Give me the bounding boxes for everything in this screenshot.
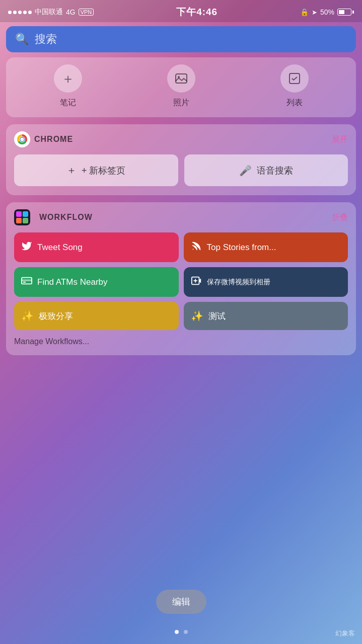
signal-dot-2 [13, 11, 17, 14]
battery-tip [352, 11, 354, 14]
signal-dots [8, 11, 32, 14]
signal-dot-5 [28, 11, 32, 14]
chrome-expand-button[interactable]: 展开 [332, 134, 348, 145]
svg-rect-12 [23, 218, 28, 223]
status-bar: 中国联通 4G VPN 下午4:46 🔒 ➤ 50% [0, 0, 362, 22]
battery-indicator [337, 9, 354, 16]
notes-item[interactable]: ＋ 笔记 [11, 64, 124, 108]
chrome-buttons: ＋ + 新标签页 🎤 语音搜索 [14, 154, 348, 186]
twitter-icon [21, 240, 32, 254]
carrier-label: 中国联通 [35, 8, 63, 17]
share-sparkle-icon: ✨ [21, 310, 34, 322]
test-label: 测试 [208, 310, 226, 322]
notes-label: 笔记 [60, 98, 76, 108]
search-icon: 🔍 [15, 33, 29, 46]
chrome-voice-label: 语音搜索 [257, 165, 293, 177]
rss-icon [191, 240, 202, 254]
svg-rect-9 [16, 211, 22, 217]
video-icon [191, 275, 202, 289]
quick-actions-widget: ＋ 笔记 照片 列表 [6, 57, 356, 117]
svg-rect-10 [23, 211, 28, 217]
workflow-collapse-button[interactable]: 折叠 [332, 212, 348, 223]
edit-button[interactable]: 编辑 [156, 590, 206, 614]
lock-icon: 🔒 [300, 8, 309, 16]
photos-icon [167, 64, 195, 93]
workflow-tweet-song-button[interactable]: Tweet Song [14, 232, 179, 262]
save-weibo-label: 保存微博视频到相册 [207, 278, 270, 287]
chrome-app-name: CHROME [34, 135, 332, 144]
list-label: 列表 [286, 98, 303, 108]
chrome-widget: CHROME 展开 ＋ + 新标签页 🎤 语音搜索 [6, 124, 356, 195]
workflow-save-weibo-button[interactable]: 保存微博视频到相册 [184, 267, 348, 297]
chrome-header: CHROME 展开 [14, 131, 348, 147]
svg-rect-11 [16, 218, 22, 223]
workflow-share-button[interactable]: ✨ 极致分享 [14, 302, 179, 330]
signal-dot-1 [8, 11, 12, 14]
svg-rect-15 [22, 279, 32, 281]
status-left: 中国联通 4G VPN [8, 8, 94, 17]
battery-pct: 50% [320, 8, 334, 16]
watermark: 幻象客 [335, 629, 355, 638]
chrome-new-tab-button[interactable]: ＋ + 新标签页 [14, 154, 178, 186]
svg-rect-16 [23, 282, 26, 283]
signal-dot-3 [18, 11, 22, 14]
photos-item[interactable]: 照片 [124, 64, 238, 108]
share-label: 极致分享 [39, 310, 73, 322]
search-placeholder: 搜索 [35, 32, 57, 47]
svg-point-7 [21, 138, 24, 141]
mic-icon: 🎤 [239, 165, 252, 177]
vpn-label: VPN [79, 9, 94, 16]
chrome-new-tab-label: + 新标签页 [82, 165, 126, 177]
list-item[interactable]: 列表 [238, 64, 351, 108]
battery-body [337, 9, 351, 16]
manage-workflows-link[interactable]: Manage Workflows... [14, 337, 348, 346]
workflow-buttons-grid: Tweet Song Top Stories from... [14, 232, 348, 330]
bottom-area: 编辑 [156, 590, 206, 614]
test-sparkle-icon: ✨ [191, 310, 203, 322]
top-stories-label: Top Stories from... [207, 243, 276, 253]
workflow-top-stories-button[interactable]: Top Stories from... [184, 232, 348, 262]
network-label: 4G [66, 8, 76, 16]
battery-fill [339, 10, 344, 14]
widgets-container: ＋ 笔记 照片 列表 [0, 57, 362, 355]
page-dot-1 [175, 630, 179, 634]
notes-icon: ＋ [54, 64, 82, 93]
find-atms-label: Find ATMs Nearby [37, 277, 108, 287]
signal-dot-4 [23, 11, 27, 14]
tweet-song-label: Tweet Song [37, 243, 83, 253]
clock: 下午4:46 [176, 6, 218, 19]
chrome-voice-search-button[interactable]: 🎤 语音搜索 [184, 154, 348, 186]
workflow-test-button[interactable]: ✨ 测试 [184, 302, 348, 330]
svg-rect-0 [176, 74, 187, 83]
page-dot-2 [184, 630, 188, 634]
workflow-app-name: WORKFLOW [39, 213, 332, 222]
photos-label: 照片 [173, 98, 189, 108]
chrome-icon [14, 131, 30, 147]
status-right: 🔒 ➤ 50% [300, 8, 354, 16]
page-dots [175, 630, 188, 634]
workflow-find-atms-button[interactable]: Find ATMs Nearby [14, 267, 179, 297]
svg-point-13 [192, 249, 193, 250]
search-bar[interactable]: 🔍 搜索 [6, 26, 356, 52]
workflow-header: WORKFLOW 折叠 [14, 209, 348, 225]
list-icon [280, 64, 309, 93]
workflow-widget: WORKFLOW 折叠 Tweet Song [6, 202, 356, 355]
workflow-icon [14, 209, 30, 225]
plus-icon: ＋ [66, 164, 77, 177]
location-icon: ➤ [312, 9, 317, 16]
atm-card-icon [21, 276, 32, 288]
